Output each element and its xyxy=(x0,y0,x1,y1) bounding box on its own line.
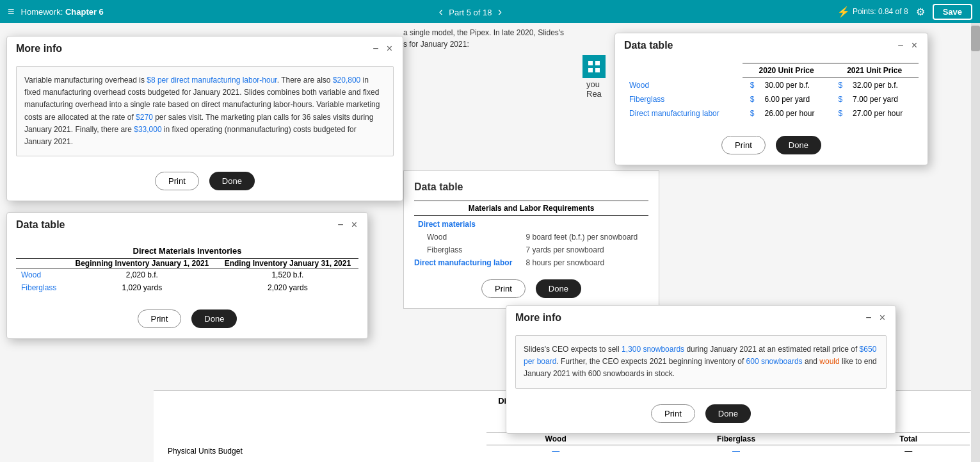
price-wood-label: Wood xyxy=(624,78,743,93)
price-wood-dollar2: $ xyxy=(830,78,847,93)
price-2020-header: 2020 Unit Price xyxy=(743,63,831,78)
more-info-2-minimize-button[interactable]: − xyxy=(864,313,872,323)
more-info-1-header: More info − × xyxy=(7,37,403,60)
section-dml-value: 8 hours per snowboard xyxy=(522,256,649,269)
dm-fiberglass-end: 2,020 yards xyxy=(217,281,358,294)
price-dml-dollar2: $ xyxy=(830,106,847,120)
top-bar-center: ‹ Part 5 of 18 › xyxy=(104,5,837,19)
data-table-1-close-button[interactable]: × xyxy=(350,220,358,230)
data-table-2-title: Data table xyxy=(624,40,673,51)
more-info-1-print-button[interactable]: Print xyxy=(155,172,199,190)
more-info-2-footer: Print Done xyxy=(506,398,896,433)
data-table-2-footer: Print Done xyxy=(615,129,928,165)
top-bar: ≡ Homework: Chapter 6 ‹ Part 5 of 18 › ⚡… xyxy=(0,0,980,23)
more-info-1-close-button[interactable]: × xyxy=(385,44,394,54)
top-bar-title: Homework: Chapter 6 xyxy=(21,7,104,17)
more-info-1-text: Variable manufacturing overhead is $8 pe… xyxy=(16,66,394,156)
svg-rect-3 xyxy=(595,68,600,72)
bg-table-done-button[interactable]: Done xyxy=(536,279,581,298)
page-scrollbar[interactable] xyxy=(971,23,980,462)
wood-units-value: — xyxy=(486,445,625,458)
more-info-1-controls: − × xyxy=(371,44,394,54)
bg-data-table-title: Data table xyxy=(414,181,648,193)
points-label: Points: 0.84 of 8 xyxy=(853,7,908,16)
data-table-1-print-button[interactable]: Print xyxy=(138,309,182,328)
svg-rect-2 xyxy=(588,68,593,72)
dm-col-blank xyxy=(16,259,67,268)
data-table-1-done-button[interactable]: Done xyxy=(191,309,237,328)
data-table-2-body: 2020 Unit Price 2021 Unit Price Wood $ 3… xyxy=(615,56,928,129)
price-dml-label: Direct manufacturing labor xyxy=(624,106,743,120)
more-info-1-done-button[interactable]: Done xyxy=(209,172,255,190)
more-info-2-body: Slides's CEO expects to sell 1,300 snowb… xyxy=(506,329,896,398)
svg-rect-1 xyxy=(595,61,600,65)
price-row-fiberglass: Fiberglass $ 6.00 per yard $ 7.00 per ya… xyxy=(624,92,919,106)
price-fiberglass-dollar1: $ xyxy=(743,92,760,106)
mat-fiberglass-label: Fiberglass xyxy=(414,243,522,256)
dm-inventories-table: Direct Materials Inventories Beginning I… xyxy=(16,242,358,294)
price-dml-val1: 26.00 per hour xyxy=(759,106,830,120)
more-info-1-body: Variable manufacturing overhead is $8 pe… xyxy=(7,60,403,165)
mat-wood-label: Wood xyxy=(414,231,522,243)
data-table-modal-2: Data table − × 2020 Unit Price 2021 Unit… xyxy=(615,33,928,165)
price-fiberglass-val1: 6.00 per yard xyxy=(759,92,830,106)
bg-data-table: Data table Materials and Labor Requireme… xyxy=(403,170,659,309)
price-wood-val1: 30.00 per b.f. xyxy=(759,78,830,93)
dm-table-title: Direct Materials Inventories xyxy=(16,242,358,259)
bg-table-print-button[interactable]: Print xyxy=(481,279,526,298)
data-table-2-done-button[interactable]: Done xyxy=(776,136,821,154)
data-table-1-controls: − × xyxy=(336,220,358,230)
mat-labor-header: Materials and Labor Requirements xyxy=(414,201,648,216)
mat-fiberglass-value: 7 yards per snowboard xyxy=(522,243,649,256)
more-info-modal-2: More info − × Slides's CEO expects to se… xyxy=(506,305,896,434)
price-row-dml: Direct manufacturing labor $ 26.00 per h… xyxy=(624,106,919,120)
more-info-2-done-button[interactable]: Done xyxy=(705,404,751,423)
top-bar-right: ⚡ Points: 0.84 of 8 ⚙ Save xyxy=(837,4,972,20)
price-fiberglass-dollar2: $ xyxy=(830,92,847,106)
nav-next-button[interactable]: › xyxy=(494,5,506,19)
more-info-2-title: More info xyxy=(515,312,561,324)
dm-row-wood: Wood 2,020 b.f. 1,520 b.f. xyxy=(16,268,358,282)
data-table-2-close-button[interactable]: × xyxy=(910,40,919,51)
mat-labor-table: Materials and Labor Requirements Direct … xyxy=(414,201,648,269)
main-area: a single model, the Pipex. In late 2020,… xyxy=(0,23,980,462)
section-direct-materials: Direct materials xyxy=(414,216,648,231)
price-table: 2020 Unit Price 2021 Unit Price Wood $ 3… xyxy=(624,63,919,120)
more-info-2-header: More info − × xyxy=(506,306,896,329)
price-dml-dollar1: $ xyxy=(743,106,760,120)
dm-wood-begin: 2,020 b.f. xyxy=(67,268,217,282)
data-table-1-footer: Print Done xyxy=(7,303,367,338)
part-label: Part 5 of 18 xyxy=(449,8,492,17)
more-info-2-print-button[interactable]: Print xyxy=(651,404,695,423)
menu-icon[interactable]: ≡ xyxy=(8,5,15,19)
more-info-2-controls: − × xyxy=(864,313,887,323)
col-fiberglass: Fiberglass xyxy=(625,433,847,445)
data-table-2-minimize-button[interactable]: − xyxy=(896,40,904,51)
data-table-1-header: Data table − × xyxy=(7,213,367,236)
price-dml-val2: 27.00 per hour xyxy=(847,106,919,120)
dm-row-fiberglass: Fiberglass 1,020 yards 2,020 yards xyxy=(16,281,358,294)
col-total: Total xyxy=(847,433,970,445)
scrollbar-thumb[interactable] xyxy=(971,26,980,51)
data-table-2-print-button[interactable]: Print xyxy=(721,136,766,154)
more-info-modal-1: More info − × Variable manufacturing ove… xyxy=(6,36,403,201)
data-table-1-title: Data table xyxy=(16,219,65,231)
nav-prev-button[interactable]: ‹ xyxy=(435,5,447,19)
col-wood: Wood xyxy=(486,433,625,445)
bg-table-footer: Print Done xyxy=(414,279,648,298)
settings-icon[interactable]: ⚙ xyxy=(916,6,925,18)
save-button[interactable]: Save xyxy=(933,4,972,20)
data-table-2-controls: − × xyxy=(896,40,919,51)
price-row-wood: Wood $ 30.00 per b.f. $ 32.00 per b.f. xyxy=(624,78,919,93)
bg-partial-text: a single model, the Pipex. In late 2020,… xyxy=(403,28,595,49)
more-info-1-footer: Print Done xyxy=(7,165,403,201)
fiberglass-units-value: — xyxy=(625,445,847,458)
grid-icon[interactable] xyxy=(582,55,606,78)
total-units-value: — xyxy=(847,445,970,458)
svg-rect-0 xyxy=(588,61,593,65)
more-info-2-close-button[interactable]: × xyxy=(878,313,887,323)
more-info-1-minimize-button[interactable]: − xyxy=(371,44,380,54)
price-wood-val2: 32.00 per b.f. xyxy=(847,78,919,93)
price-fiberglass-val2: 7.00 per yard xyxy=(847,92,919,106)
data-table-1-minimize-button[interactable]: − xyxy=(336,220,344,230)
